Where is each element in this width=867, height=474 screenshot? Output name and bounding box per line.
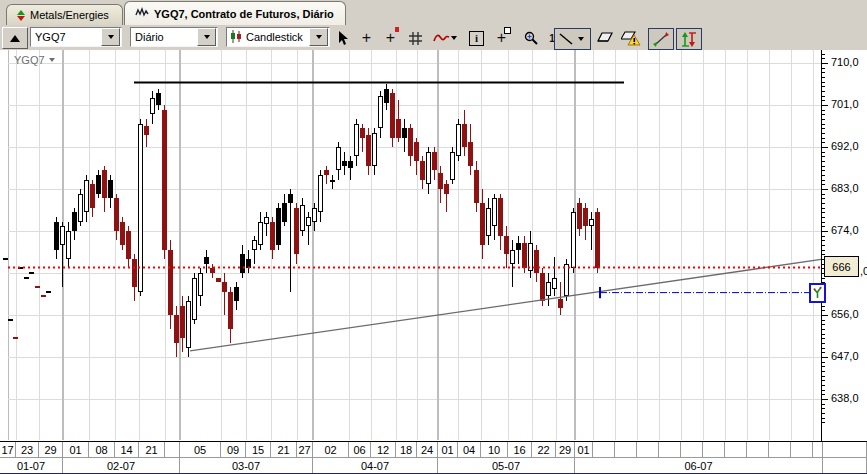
grid-toggle-button[interactable] (405, 28, 426, 48)
combo-dropdown-button[interactable] (197, 28, 216, 46)
x-axis-day-cell (747, 442, 769, 458)
price-tick (822, 208, 825, 209)
waveform-icon (135, 7, 150, 20)
x-axis-day-cell (659, 442, 681, 458)
chevron-down-icon (316, 35, 322, 39)
price-tick (822, 133, 825, 134)
price-tick (822, 404, 825, 405)
pointer-icon (337, 31, 350, 46)
x-axis-day-cell: 27 (297, 442, 313, 458)
diagonal-arrows-icon (653, 32, 669, 47)
tab-metals-energies[interactable]: Metals/Energies (6, 4, 123, 25)
price-tick (822, 254, 825, 255)
crosshair-values-tool-button[interactable]: + (380, 28, 401, 48)
price-tick (822, 77, 825, 78)
price-tick (822, 156, 825, 157)
price-tick (822, 166, 825, 167)
price-tick (822, 194, 825, 195)
chevron-down-icon (108, 35, 114, 39)
price-tick (822, 357, 828, 358)
symbol-combo-value: YGQ7 (31, 31, 100, 43)
indicators-menu-button[interactable] (430, 28, 460, 48)
x-axis-month-cell: 05-07 (438, 458, 575, 474)
combo-dropdown-button[interactable] (309, 28, 328, 46)
price-tick (822, 390, 825, 391)
info-window-button[interactable]: i (466, 28, 487, 48)
chart-symbol-label[interactable]: YGQ7 (14, 54, 55, 66)
price-tick (822, 138, 825, 139)
chart-area[interactable]: YGQ7 710,0701,0692,0683,0674,0656,0647,0… (0, 50, 867, 441)
x-axis-day-cell: 12 (371, 442, 396, 458)
price-tick (822, 100, 825, 101)
trend-line[interactable] (190, 259, 821, 350)
eraser-tool-button[interactable] (594, 28, 615, 48)
crosshair-tool-button[interactable]: + (356, 28, 377, 48)
price-tick (822, 306, 825, 307)
x-axis-month-cell (823, 458, 867, 474)
price-tick (822, 147, 828, 148)
x-axis-day-cell: 05 (180, 442, 221, 458)
line-icon (558, 32, 574, 46)
price-tick (822, 422, 825, 423)
new-window-button[interactable]: + (491, 28, 512, 48)
price-tick (822, 362, 825, 363)
x-axis-day-cell: 01 (63, 442, 89, 458)
workspace-tab-bar: Metals/Energies YGQ7, Contrato de Futuro… (0, 0, 867, 25)
price-tick (822, 394, 825, 395)
x-axis-day-cell: 17 (0, 442, 16, 458)
price-axis-label: 656,0 (831, 308, 859, 320)
buy-sell-arrows-tool-button[interactable] (676, 28, 702, 50)
price-tick (822, 170, 825, 171)
delete-all-tool-button[interactable] (619, 28, 643, 48)
crosshair-icon: + (362, 29, 371, 47)
price-tick (822, 124, 825, 125)
price-tick (822, 222, 825, 223)
period-combo[interactable]: Diário (130, 27, 218, 47)
price-tick (822, 348, 825, 349)
x-axis-month-cell: 06-07 (575, 458, 823, 474)
x-axis-day-cell: 04 (458, 442, 481, 458)
price-tick (822, 334, 825, 335)
pointer-tool-button[interactable] (333, 28, 354, 48)
crosshair-marker-icon: + (386, 29, 395, 47)
price-axis[interactable]: 710,0701,0692,0683,0674,0656,0647,0638,0… (821, 50, 867, 441)
chart-type-combo[interactable]: Candlestick (226, 27, 330, 47)
price-tick (822, 86, 825, 87)
x-axis-day-cell (791, 442, 813, 458)
chevron-down-icon (451, 36, 457, 40)
trend-measure-tool-button[interactable] (648, 28, 674, 50)
green-sprout-icon (812, 286, 823, 299)
price-axis-label: 674,0 (831, 224, 859, 236)
trading-app-window: Metals/Energies YGQ7, Contrato de Futuro… (0, 0, 867, 474)
line-tool-button[interactable] (554, 28, 591, 50)
current-price-badge: 666 (824, 256, 859, 277)
price-tick (822, 54, 825, 55)
price-tick (822, 385, 825, 386)
price-tick (822, 352, 825, 353)
price-tick (822, 212, 825, 213)
x-axis-day-cell (637, 442, 659, 458)
drawing-annotations[interactable] (0, 50, 867, 441)
x-axis-day-cell: 21 (271, 442, 297, 458)
x-axis-day-cell: 14 (115, 442, 139, 458)
x-axis-day-cell (813, 442, 823, 458)
symbol-combo[interactable]: YGQ7 (30, 27, 122, 47)
price-tick (822, 175, 825, 176)
x-axis-day-cell: 24 (417, 442, 438, 458)
x-axis-day-cell: 16 (508, 442, 532, 458)
tab-ygq7-active[interactable]: YGQ7, Contrato de Futuros, Diário (124, 1, 346, 25)
covered-label-fragment: ,0 (860, 265, 867, 277)
price-tick (822, 418, 825, 419)
alert-marker-box[interactable] (809, 283, 826, 303)
date-axis[interactable]: 1723290108142105091521270206121824010410… (0, 441, 867, 474)
x-axis-month-cell: 04-07 (313, 458, 438, 474)
combo-dropdown-button[interactable] (101, 28, 120, 46)
x-axis-month-cell: 02-07 (63, 458, 180, 474)
zoom-tool-button[interactable] (520, 28, 541, 48)
x-axis-day-cell (593, 442, 615, 458)
price-tick (822, 119, 825, 120)
eraser-icon (597, 32, 613, 44)
price-tick (822, 180, 825, 181)
price-tick (822, 142, 825, 143)
collapse-panel-button[interactable] (2, 27, 28, 49)
